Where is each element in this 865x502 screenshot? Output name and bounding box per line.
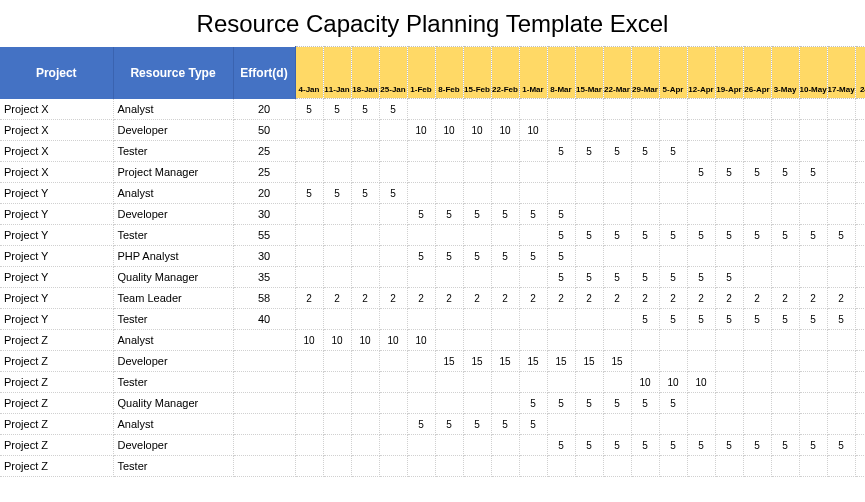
cell-value[interactable] xyxy=(743,267,771,288)
cell-value[interactable] xyxy=(519,309,547,330)
cell-value[interactable] xyxy=(379,204,407,225)
cell-value[interactable] xyxy=(743,330,771,351)
cell-value[interactable] xyxy=(603,162,631,183)
cell-value[interactable] xyxy=(631,351,659,372)
cell-value[interactable] xyxy=(323,309,351,330)
cell-value[interactable] xyxy=(463,267,491,288)
cell-value[interactable]: 5 xyxy=(379,183,407,204)
cell-value[interactable]: 2 xyxy=(547,288,575,309)
cell-value[interactable] xyxy=(771,351,799,372)
header-date[interactable]: 11-Jan xyxy=(323,47,351,99)
cell-value[interactable]: 5 xyxy=(827,435,855,456)
cell-value[interactable]: 5 xyxy=(435,246,463,267)
cell-value[interactable] xyxy=(631,330,659,351)
cell-value[interactable] xyxy=(715,414,743,435)
cell-value[interactable] xyxy=(575,246,603,267)
cell-value[interactable] xyxy=(323,120,351,141)
cell-value[interactable] xyxy=(491,141,519,162)
cell-value[interactable]: 5 xyxy=(827,309,855,330)
cell-value[interactable] xyxy=(435,456,463,477)
cell-value[interactable]: 5 xyxy=(463,246,491,267)
cell-value[interactable] xyxy=(435,330,463,351)
cell-value[interactable] xyxy=(687,393,715,414)
cell-value[interactable] xyxy=(827,120,855,141)
cell-value[interactable]: 10 xyxy=(631,372,659,393)
cell-project[interactable]: Project Y xyxy=(0,246,113,267)
cell-value[interactable]: 5 xyxy=(463,204,491,225)
cell-value[interactable] xyxy=(295,414,323,435)
cell-effort[interactable] xyxy=(233,414,295,435)
header-date[interactable]: 8-Feb xyxy=(435,47,463,99)
cell-value[interactable] xyxy=(799,204,827,225)
cell-value[interactable]: 5 xyxy=(659,225,687,246)
cell-value[interactable] xyxy=(799,120,827,141)
cell-value[interactable] xyxy=(379,456,407,477)
cell-value[interactable] xyxy=(575,372,603,393)
cell-effort[interactable]: 40 xyxy=(233,309,295,330)
cell-value[interactable] xyxy=(827,351,855,372)
cell-value[interactable] xyxy=(351,141,379,162)
header-date[interactable]: 25-Jan xyxy=(379,47,407,99)
cell-value[interactable] xyxy=(407,141,435,162)
cell-value[interactable] xyxy=(547,456,575,477)
cell-value[interactable] xyxy=(771,267,799,288)
header-date[interactable]: 17-May xyxy=(827,47,855,99)
header-date[interactable]: 22-Mar xyxy=(603,47,631,99)
header-date[interactable]: 5-Apr xyxy=(659,47,687,99)
cell-value[interactable] xyxy=(659,99,687,120)
cell-value[interactable] xyxy=(771,246,799,267)
cell-value[interactable] xyxy=(799,246,827,267)
cell-value[interactable] xyxy=(323,225,351,246)
cell-value[interactable]: 5 xyxy=(547,246,575,267)
cell-value[interactable] xyxy=(659,351,687,372)
cell-value[interactable] xyxy=(295,267,323,288)
cell-value[interactable] xyxy=(407,309,435,330)
cell-value[interactable] xyxy=(519,141,547,162)
cell-value[interactable] xyxy=(519,372,547,393)
cell-value[interactable] xyxy=(547,330,575,351)
cell-value[interactable] xyxy=(827,330,855,351)
cell-resource[interactable]: Tester xyxy=(113,456,233,477)
cell-value[interactable] xyxy=(435,225,463,246)
cell-value[interactable] xyxy=(547,99,575,120)
cell-resource[interactable]: Tester xyxy=(113,309,233,330)
cell-value[interactable]: 5 xyxy=(575,141,603,162)
cell-effort[interactable]: 35 xyxy=(233,267,295,288)
header-date[interactable]: 19-Apr xyxy=(715,47,743,99)
cell-project[interactable]: Project X xyxy=(0,162,113,183)
cell-value[interactable] xyxy=(519,330,547,351)
cell-value[interactable] xyxy=(575,204,603,225)
cell-value[interactable] xyxy=(463,99,491,120)
cell-value[interactable] xyxy=(715,204,743,225)
cell-value[interactable] xyxy=(603,330,631,351)
cell-resource[interactable]: Tester xyxy=(113,372,233,393)
cell-value[interactable] xyxy=(379,435,407,456)
cell-value[interactable] xyxy=(295,141,323,162)
cell-value[interactable] xyxy=(687,246,715,267)
header-date[interactable]: 26-Apr xyxy=(743,47,771,99)
cell-value[interactable]: 5 xyxy=(547,204,575,225)
header-date[interactable]: 12-Apr xyxy=(687,47,715,99)
cell-value[interactable] xyxy=(435,393,463,414)
header-project[interactable]: Project xyxy=(0,47,113,99)
cell-value[interactable] xyxy=(743,456,771,477)
cell-value[interactable] xyxy=(855,267,865,288)
cell-project[interactable]: Project X xyxy=(0,99,113,120)
cell-value[interactable]: 5 xyxy=(463,414,491,435)
cell-value[interactable]: 5 xyxy=(603,435,631,456)
cell-value[interactable] xyxy=(687,351,715,372)
cell-value[interactable] xyxy=(743,204,771,225)
cell-value[interactable] xyxy=(659,330,687,351)
cell-value[interactable] xyxy=(351,246,379,267)
cell-value[interactable] xyxy=(799,456,827,477)
cell-value[interactable] xyxy=(295,393,323,414)
header-effort[interactable]: Effort(d) xyxy=(233,47,295,99)
cell-value[interactable] xyxy=(491,435,519,456)
cell-value[interactable] xyxy=(799,393,827,414)
cell-value[interactable] xyxy=(463,456,491,477)
cell-value[interactable] xyxy=(323,414,351,435)
cell-value[interactable] xyxy=(855,372,865,393)
cell-value[interactable] xyxy=(827,267,855,288)
cell-value[interactable] xyxy=(547,309,575,330)
cell-value[interactable] xyxy=(715,99,743,120)
